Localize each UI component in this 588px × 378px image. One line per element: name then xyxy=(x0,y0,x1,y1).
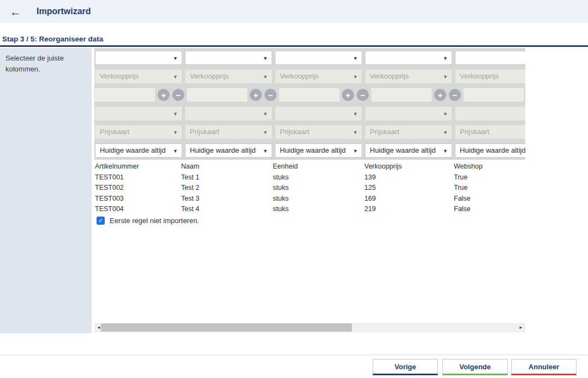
price-adjust-input[interactable] xyxy=(95,88,155,101)
increment-icon[interactable]: + xyxy=(158,89,170,101)
scroll-right-icon[interactable]: ► xyxy=(518,323,524,332)
dropdown-arrow-icon: ▼ xyxy=(173,107,178,121)
select-value: Verkoopprijs xyxy=(280,72,319,80)
decrement-icon[interactable]: − xyxy=(265,89,277,101)
target-column-select[interactable]: ▼ xyxy=(455,51,525,65)
dropdown-arrow-icon: ▼ xyxy=(443,51,448,65)
select-value: Prijskaart xyxy=(460,128,489,136)
increment-icon[interactable]: + xyxy=(434,89,446,101)
footer-divider xyxy=(0,355,588,355)
prijskaart-select[interactable]: Prijskaart▼ xyxy=(455,125,525,139)
target-column-select[interactable]: ▼ xyxy=(185,51,272,65)
table-cell: 125 xyxy=(364,183,454,194)
next-button[interactable]: Volgende xyxy=(442,359,508,375)
column-header: Naam xyxy=(181,161,273,172)
select-value: Prijskaart xyxy=(190,128,219,136)
scrollbar-thumb[interactable] xyxy=(101,323,352,332)
verkoopprijs-select[interactable]: Verkoopprijs▼ xyxy=(185,69,272,83)
price-adjust-cell: +− xyxy=(371,88,461,102)
price-adjust-input[interactable] xyxy=(279,88,339,101)
prijskaart-select[interactable]: Prijskaart▼ xyxy=(365,125,452,139)
table-cell: stuks xyxy=(273,172,364,183)
step-progress-rule xyxy=(0,45,588,47)
cancel-button[interactable]: Annuleer xyxy=(511,359,577,375)
decrement-icon[interactable]: − xyxy=(449,89,461,101)
price-adjust-input[interactable] xyxy=(371,88,431,101)
mapping-row-update-mode: Huidige waarde altijd▼Huidige waarde alt… xyxy=(95,143,525,158)
update-mode-select[interactable]: Huidige waarde altijd▼ xyxy=(455,143,525,158)
table-cell: TEST001 xyxy=(95,172,181,183)
select-value: Huidige waarde altijd xyxy=(370,146,436,154)
prijskaart-select[interactable]: Prijskaart▼ xyxy=(185,125,272,139)
dropdown-arrow-icon: ▼ xyxy=(443,107,448,121)
horizontal-scrollbar[interactable]: ◄ ► xyxy=(94,323,525,332)
table-cell: Test 1 xyxy=(181,172,273,183)
table-cell: 139 xyxy=(364,172,454,183)
update-mode-select[interactable]: Huidige waarde altijd▼ xyxy=(95,143,182,158)
checkbox-checked-icon[interactable]: ✓ xyxy=(97,217,105,225)
dropdown-arrow-icon: ▼ xyxy=(353,107,358,121)
sidebar: Selecteer de juiste kolommen. xyxy=(0,48,92,333)
table-cell: stuks xyxy=(273,204,364,215)
dropdown-arrow-icon: ▼ xyxy=(443,144,448,158)
table-cell: True xyxy=(454,172,519,183)
column-mapping-panel: ▼▼▼▼▼Verkoopprijs▼Verkoopprijs▼Verkooppr… xyxy=(94,48,525,333)
previous-button[interactable]: Vorige xyxy=(373,359,438,375)
app-header: ← Importwizard xyxy=(0,0,588,23)
price-adjust-input[interactable] xyxy=(187,88,247,101)
step-title: Stap 3 / 5: Reorganiseer data xyxy=(2,35,103,43)
dropdown-arrow-icon: ▼ xyxy=(443,125,448,139)
update-mode-select[interactable]: Huidige waarde altijd▼ xyxy=(275,143,362,158)
decrement-icon[interactable]: − xyxy=(172,89,184,101)
column-header: Eenheid xyxy=(273,161,364,172)
back-arrow-icon[interactable]: ← xyxy=(10,6,21,17)
table-cell: TEST002 xyxy=(95,183,181,194)
verkoopprijs-select[interactable]: Verkoopprijs▼ xyxy=(455,69,525,83)
dropdown-arrow-icon: ▼ xyxy=(173,51,178,65)
table-cell: TEST003 xyxy=(95,194,181,205)
column-header: Verkoopprijs xyxy=(364,161,454,172)
table-cell: stuks xyxy=(273,183,364,194)
prijskaart-select[interactable]: Prijskaart▼ xyxy=(95,125,182,139)
table-cell: 169 xyxy=(364,194,454,205)
mapping-row-prijskaart: Prijskaart▼Prijskaart▼Prijskaart▼Prijska… xyxy=(95,125,525,139)
table-cell: Test 2 xyxy=(181,183,273,194)
select-value: Verkoopprijs xyxy=(370,72,409,80)
update-mode-select[interactable]: Huidige waarde altijd▼ xyxy=(185,143,272,158)
price-adjust-cell: +− xyxy=(187,88,277,102)
table-row: TEST002Test 2stuks125True xyxy=(95,183,525,194)
increment-icon[interactable]: + xyxy=(342,89,354,101)
secondary-option-select[interactable]: ▼ xyxy=(95,106,182,121)
table-header-row: ArtikelnummerNaamEenheidVerkoopprijsWebs… xyxy=(95,161,525,172)
select-value: Huidige waarde altijd xyxy=(460,146,525,154)
secondary-option-select[interactable]: ▼ xyxy=(455,106,525,121)
target-column-select[interactable]: ▼ xyxy=(365,51,452,65)
dropdown-arrow-icon: ▼ xyxy=(353,144,358,158)
column-header: Artikelnummer xyxy=(95,161,181,172)
verkoopprijs-select[interactable]: Verkoopprijs▼ xyxy=(95,69,182,83)
secondary-option-select[interactable]: ▼ xyxy=(275,106,362,121)
table-cell: True xyxy=(454,183,519,194)
prijskaart-select[interactable]: Prijskaart▼ xyxy=(275,125,362,139)
skip-first-row-option[interactable]: ✓ Eerste regel niet importeren. xyxy=(97,217,199,225)
target-column-select[interactable]: ▼ xyxy=(95,51,182,65)
target-column-select[interactable]: ▼ xyxy=(275,51,362,65)
table-cell: Test 4 xyxy=(181,204,273,215)
increment-icon[interactable]: + xyxy=(250,89,262,101)
select-value: Prijskaart xyxy=(370,128,399,136)
dropdown-arrow-icon: ▼ xyxy=(173,125,178,139)
secondary-option-select[interactable]: ▼ xyxy=(365,106,452,121)
dropdown-arrow-icon: ▼ xyxy=(263,107,268,121)
table-row: TEST001Test 1stuks139True xyxy=(95,172,525,183)
secondary-option-select[interactable]: ▼ xyxy=(185,106,272,121)
decrement-icon[interactable]: − xyxy=(357,89,369,101)
table-cell: TEST004 xyxy=(95,204,181,215)
verkoopprijs-select[interactable]: Verkoopprijs▼ xyxy=(275,69,362,83)
update-mode-select[interactable]: Huidige waarde altijd▼ xyxy=(365,143,452,158)
table-cell: 219 xyxy=(364,204,454,215)
sidebar-instruction: Selecteer de juiste kolommen. xyxy=(5,53,86,74)
price-adjust-input[interactable] xyxy=(464,88,524,101)
verkoopprijs-select[interactable]: Verkoopprijs▼ xyxy=(365,69,452,83)
dropdown-arrow-icon: ▼ xyxy=(173,70,178,83)
select-value: Verkoopprijs xyxy=(460,72,499,80)
